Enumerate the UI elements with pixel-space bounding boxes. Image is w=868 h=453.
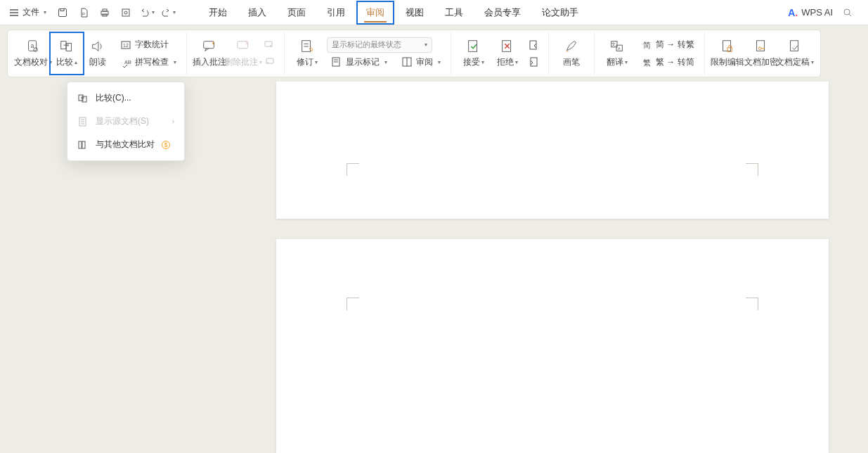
proofread-label: 文档校对 — [14, 56, 48, 68]
tab-insert[interactable]: 插入 — [238, 0, 277, 25]
prev-comment-button[interactable] — [260, 37, 278, 53]
track-changes-button[interactable]: 修订▾ — [290, 32, 324, 75]
compare-label: 比较 — [56, 56, 73, 68]
next-comment-icon — [264, 56, 275, 68]
show-markup-label: 显示标记 — [346, 56, 380, 68]
compare-icon — [59, 39, 75, 54]
tab-review[interactable]: 审阅 — [356, 0, 395, 25]
finalize-doc-button[interactable]: 文档定稿▾ — [778, 32, 812, 75]
print-button[interactable] — [94, 3, 115, 23]
insert-comment-button[interactable]: 插入批注 — [193, 32, 226, 75]
next-comment-button[interactable] — [260, 54, 278, 70]
speaker-icon — [90, 39, 105, 54]
tab-tools[interactable]: 工具 — [434, 0, 474, 25]
compare-menu-item-label: 比较(C)... — [96, 92, 131, 104]
simp-icon: 简 — [641, 39, 652, 51]
save-button[interactable] — [52, 3, 73, 23]
svg-rect-42 — [79, 141, 82, 148]
chevron-down-icon: ▾ — [425, 42, 427, 48]
compare-dropdown: 比较(C)... 显示源文档(S) › 与其他文档比对 $ — [67, 82, 185, 161]
tab-page[interactable]: 页面 — [277, 0, 316, 25]
wps-ai-button[interactable]: A. WPS AI — [788, 7, 833, 18]
tab-thesis[interactable]: 论文助手 — [531, 0, 589, 25]
svg-rect-6 — [122, 9, 129, 16]
spell-check-icon: ABC — [120, 57, 131, 68]
read-aloud-label: 朗读 — [89, 56, 106, 68]
track-changes-label: 修订 — [297, 56, 313, 68]
tab-references[interactable]: 引用 — [316, 0, 356, 25]
trad-icon: 繁 — [641, 57, 652, 68]
translate-button[interactable]: 文A 翻译▾ — [600, 32, 634, 75]
chevron-down-icon: ▾ — [44, 9, 46, 15]
proofread-button[interactable]: a 文档校对▾ — [16, 32, 50, 75]
svg-rect-34 — [723, 41, 730, 51]
compare-other-menu-item[interactable]: 与其他文档比对 $ — [67, 133, 184, 156]
svg-point-7 — [124, 11, 127, 14]
restrict-edit-label: 限制编辑 — [711, 56, 744, 68]
restrict-edit-button[interactable]: 限制编辑 — [711, 32, 744, 75]
svg-rect-17 — [204, 42, 214, 49]
wps-ai-icon: A. — [788, 7, 798, 18]
search-button[interactable] — [837, 3, 858, 23]
tab-member[interactable]: 会员专享 — [474, 0, 531, 25]
word-count-button[interactable]: 12 字数统计 — [116, 37, 181, 53]
show-markup-button[interactable]: 显示标记▾ — [327, 54, 391, 70]
redo-button[interactable]: ▾ — [157, 3, 179, 23]
simp-to-trad-button[interactable]: 简 简 → 转繁 — [637, 37, 699, 53]
compare-button[interactable]: 比较▴ — [50, 32, 84, 75]
group-ink: 画笔 — [549, 32, 595, 75]
menubar-right: A. WPS AI — [788, 3, 865, 23]
review-pane-icon — [401, 56, 413, 68]
margin-corner-icon — [346, 298, 359, 310]
books-icon — [77, 139, 89, 151]
undo-button[interactable]: ▾ — [136, 3, 157, 23]
export-button[interactable]: P — [73, 3, 94, 23]
ink-label: 画笔 — [563, 56, 580, 68]
delete-comment-button[interactable]: 删除批注▾ — [226, 32, 260, 75]
compare-icon — [77, 93, 89, 104]
accept-button[interactable]: 接受▾ — [457, 32, 491, 75]
svg-point-8 — [844, 9, 850, 15]
group-proofing: a 文档校对▾ 比较▴ 朗读 12 字数统计 ABC — [11, 32, 187, 75]
file-menu-button[interactable]: 文件 ▾ — [3, 4, 52, 21]
margin-corner-icon — [746, 298, 758, 310]
next-change-button[interactable] — [524, 54, 543, 70]
tab-start[interactable]: 开始 — [198, 0, 238, 25]
proofread-icon: a — [25, 39, 41, 54]
premium-badge-icon: $ — [162, 141, 170, 149]
margin-corner-icon — [346, 163, 359, 176]
ink-button[interactable]: 画笔 — [555, 32, 588, 75]
group-protect: 限制编辑 文档加密 文档定稿▾ — [705, 32, 817, 75]
svg-point-37 — [758, 47, 761, 50]
show-source-label: 显示源文档(S) — [96, 115, 149, 127]
trad-to-simp-label: 繁 → 转简 — [656, 56, 694, 68]
simp-to-trad-label: 简 → 转繁 — [656, 39, 694, 51]
markup-display-select[interactable]: 显示标记的最终状态 ▾ — [327, 37, 432, 53]
group-changes: 接受▾ 拒绝▾ — [451, 32, 549, 75]
review-pane-button[interactable]: 审阅▾ — [397, 54, 445, 70]
svg-text:A: A — [618, 46, 621, 51]
encrypt-doc-button[interactable]: 文档加密 — [744, 32, 778, 75]
file-menu-label: 文件 — [22, 6, 39, 18]
reject-button[interactable]: 拒绝▾ — [491, 32, 524, 75]
next-change-icon — [528, 56, 539, 68]
tab-view[interactable]: 视图 — [395, 0, 434, 25]
compare-other-label: 与其他文档比对 — [96, 139, 155, 151]
document-page-1-bottom[interactable] — [276, 82, 829, 219]
svg-text:12: 12 — [123, 43, 129, 48]
read-aloud-button[interactable]: 朗读 — [84, 32, 112, 75]
insert-comment-label: 插入批注 — [193, 56, 226, 68]
print-icon — [99, 7, 110, 18]
trad-to-simp-button[interactable]: 繁 繁 → 转简 — [637, 54, 699, 70]
search-icon — [842, 7, 853, 18]
svg-rect-24 — [469, 41, 477, 52]
svg-rect-43 — [82, 141, 85, 148]
prev-change-button[interactable] — [524, 37, 543, 53]
ribbon-tabs: 开始 插入 页面 引用 审阅 视图 工具 会员专享 论文助手 — [198, 0, 589, 25]
compare-menu-item[interactable]: 比较(C)... — [67, 87, 184, 110]
spell-check-button[interactable]: ABC 拼写检查▾ — [116, 54, 181, 70]
preview-button[interactable] — [115, 3, 136, 23]
document-page-2[interactable] — [276, 239, 829, 453]
svg-text:繁: 繁 — [643, 58, 651, 67]
preview-icon — [120, 7, 131, 18]
